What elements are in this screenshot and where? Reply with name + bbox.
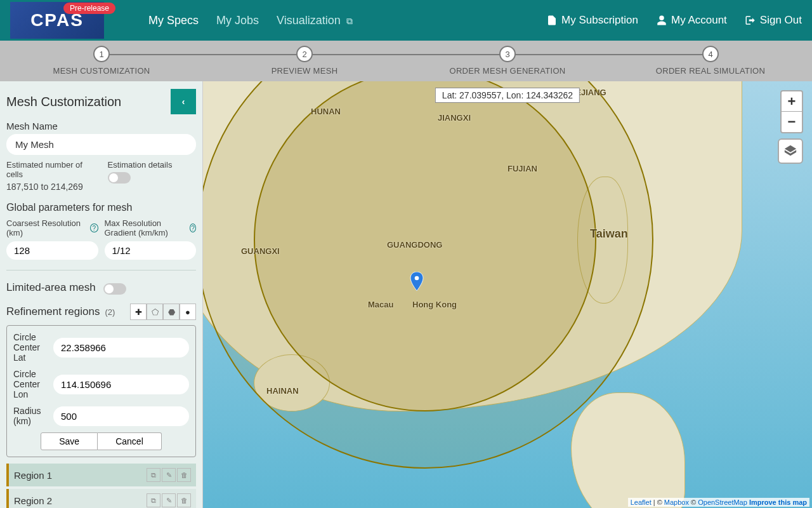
mesh-name-label: Mesh Name (6, 121, 196, 131)
maxgrad-label: Max Resolution Gradient (km/km)? (105, 218, 197, 237)
delete-icon[interactable]: 🗑 (177, 468, 191, 482)
mapbox-link[interactable]: Mapbox (664, 498, 689, 506)
region-item-2[interactable]: Region 2 ⧉✎🗑 (6, 489, 196, 508)
zoom-out-button[interactable]: − (782, 112, 802, 132)
city-hongkong: Hong Kong (412, 300, 457, 309)
map-attribution: Leaflet | © Mapbox © OpenStreetMap Impro… (628, 498, 809, 507)
step-4[interactable]: 4ORDER REAL SIMULATION (609, 41, 812, 81)
region-count: (2) (105, 307, 115, 317)
edit-icon[interactable]: ✎ (162, 493, 176, 507)
radius-input[interactable] (53, 406, 189, 426)
region-hunan: HUNAN (311, 107, 341, 116)
add-region-button[interactable]: ✚ (130, 304, 147, 320)
signout-icon (745, 15, 756, 26)
sidebar-panel: Mesh Customization ‹ Mesh Name Estimated… (0, 81, 203, 508)
region-guangxi: GUANGXI (241, 246, 280, 256)
panel-title: Mesh Customization (6, 95, 121, 109)
coordinate-display: Lat: 27.039557, Lon: 124.343262 (435, 88, 580, 103)
file-icon (546, 15, 558, 26)
mesh-name-input[interactable] (6, 134, 196, 155)
improve-map-link[interactable]: Improve this map (749, 498, 807, 506)
center-marker[interactable] (410, 272, 424, 291)
nav-account[interactable]: My Account (656, 14, 727, 27)
zoom-in-button[interactable]: + (782, 91, 802, 112)
polygon-tool-button[interactable]: ⬠ (147, 304, 163, 320)
progress-stepper: 1MESH CUSTOMIZATION 2PREVIEW MESH 3ORDER… (0, 41, 812, 81)
point-tool-button[interactable]: ⬣ (163, 304, 180, 320)
step-2[interactable]: 2PREVIEW MESH (203, 41, 406, 81)
stepper-line (102, 54, 710, 55)
delete-icon[interactable]: 🗑 (177, 493, 191, 507)
nav-subscription[interactable]: My Subscription (546, 14, 638, 27)
region-item-1[interactable]: Region 1 ⧉✎🗑 (6, 464, 196, 486)
est-details-toggle[interactable] (108, 172, 131, 184)
main-content: Mesh Customization ‹ Mesh Name Estimated… (0, 81, 812, 508)
region-guangdong: GUANGDONG (387, 240, 442, 250)
region-hainan: HAINAN (266, 386, 299, 396)
main-nav: My Specs My Jobs Visualization ⧉ (148, 14, 353, 27)
step-1[interactable]: 1MESH CUSTOMIZATION (0, 41, 203, 81)
layers-button[interactable] (778, 138, 803, 164)
coarsest-input[interactable] (6, 241, 98, 260)
divider (6, 270, 196, 271)
region-editor-card: Circle Center Lat Circle Center Lon Radi… (6, 325, 196, 457)
region-jiangxi: JIANGXI (438, 113, 471, 123)
osm-link[interactable]: OpenStreetMap (698, 498, 747, 506)
nav-signout[interactable]: Sign Out (745, 14, 802, 27)
circle-lat-input[interactable] (53, 338, 189, 358)
est-details-block: Estimation details (108, 160, 197, 192)
svg-point-0 (415, 276, 419, 281)
region-list: Region 1 ⧉✎🗑 Region 2 ⧉✎🗑 (6, 464, 196, 508)
copy-icon[interactable]: ⧉ (147, 493, 160, 507)
logo-area: CPAS Pre-release (10, 0, 104, 41)
edit-icon[interactable]: ✎ (162, 468, 176, 482)
zoom-control: + − (780, 90, 803, 133)
city-macau: Macau (368, 300, 393, 309)
step-3[interactable]: 3ORDER MESH GENERATION (406, 41, 609, 81)
layers-icon (783, 144, 797, 158)
circle-lon-input[interactable] (53, 375, 189, 394)
est-cells-block: Estimated number of cells187,510 to 214,… (6, 160, 95, 192)
user-bar: My Subscription My Account Sign Out (546, 14, 802, 27)
nav-visualization[interactable]: Visualization ⧉ (277, 14, 353, 27)
limited-area-label: Limited-area mesh (6, 281, 96, 294)
global-params-heading: Global parameters for mesh (6, 202, 196, 213)
region-fujian: FUJIAN (508, 164, 537, 173)
collapse-sidebar-button[interactable]: ‹ (171, 89, 196, 114)
map-canvas[interactable]: Lat: 27.039557, Lon: 124.343262 + − Hong… (203, 81, 812, 508)
external-link-icon: ⧉ (346, 16, 353, 26)
help-icon[interactable]: ? (190, 224, 196, 232)
circle-tool-button[interactable]: ● (180, 304, 196, 320)
copy-icon[interactable]: ⧉ (147, 468, 160, 482)
cancel-button[interactable]: Cancel (98, 432, 162, 450)
save-button[interactable]: Save (41, 432, 98, 450)
app-header: CPAS Pre-release My Specs My Jobs Visual… (0, 0, 812, 41)
city-taiwan: Taiwan (590, 227, 628, 241)
coarsest-label: Coarsest Resolution (km)? (6, 218, 98, 237)
circle-lat-label: Circle Center Lat (13, 332, 53, 363)
refinement-regions-label: Refinement regions (6, 305, 100, 318)
philippines-shape (571, 392, 685, 508)
nav-my-jobs[interactable]: My Jobs (216, 14, 259, 27)
maxgrad-input[interactable] (105, 241, 197, 260)
nav-my-specs[interactable]: My Specs (148, 14, 199, 27)
help-icon[interactable]: ? (90, 224, 98, 232)
circle-lon-label: Circle Center Lon (13, 369, 53, 399)
user-icon (656, 15, 667, 26)
radius-label: Radius (km) (13, 406, 53, 426)
leaflet-link[interactable]: Leaflet (631, 498, 652, 506)
limited-area-toggle[interactable] (103, 283, 126, 295)
prerelease-badge: Pre-release (63, 3, 115, 14)
